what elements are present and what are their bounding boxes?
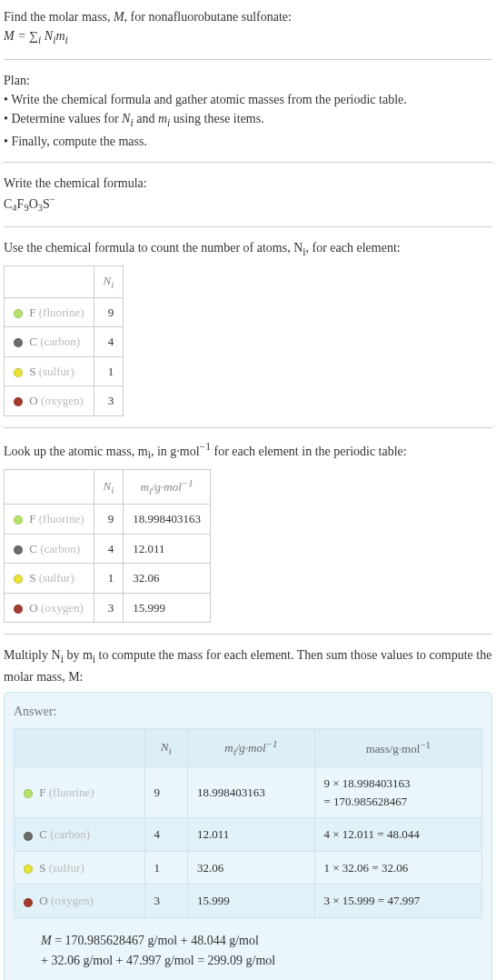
element-cell: O (oxygen) — [15, 885, 145, 918]
answer-result-line2: + 32.06 g/mol + 47.997 g/mol = 299.09 g/… — [41, 951, 482, 971]
element-cell: C (carbon) — [15, 818, 145, 852]
intro-formula: M = ∑i Nimi — [4, 26, 492, 48]
element-dot-icon — [24, 789, 33, 798]
element-mass: 12.011 — [124, 534, 211, 564]
element-cell: F (fluorine) — [5, 505, 94, 535]
plan-title: Plan: — [4, 71, 492, 90]
step1-title: Write the chemical formula: — [4, 174, 492, 193]
table-header-blank — [5, 266, 94, 298]
answer-box: Answer: Ni mi/g·mol−1 mass/g·mol−1 F (fl… — [4, 692, 492, 980]
table-header-mass: mass/g·mol−1 — [314, 729, 481, 767]
table-row: F (fluorine) 9 18.998403163 9 × 18.99840… — [15, 767, 482, 818]
table-header-row: Ni — [5, 266, 124, 298]
step-chemical-formula: Write the chemical formula: C4F9O3S− — [4, 174, 492, 215]
element-name: (sulfur) — [49, 861, 84, 875]
table-row: O (oxygen) 3 15.999 — [5, 593, 211, 623]
step4-title: Multiply Ni by mi to compute the mass fo… — [4, 645, 492, 686]
element-dot-icon — [14, 545, 23, 555]
element-dot-icon — [24, 898, 33, 907]
element-symbol: S — [39, 861, 45, 875]
element-mass: 32.06 — [188, 851, 314, 885]
element-mass: 18.998403163 — [124, 505, 211, 535]
element-dot-icon — [14, 515, 23, 525]
element-symbol: S — [29, 365, 35, 378]
element-count: 3 — [94, 386, 124, 416]
element-mass-calc: 4 × 12.011 = 48.044 — [314, 818, 481, 852]
element-symbol: O — [39, 894, 47, 907]
element-dot-icon — [24, 865, 33, 874]
answer-table-body: F (fluorine) 9 18.998403163 9 × 18.99840… — [15, 767, 482, 918]
element-dot-icon — [14, 338, 23, 347]
element-dot-icon — [14, 397, 23, 406]
table-row: F (fluorine) 9 18.998403163 — [5, 505, 211, 535]
mass-table: Ni mi/g·mol−1 F (fluorine) 9 18.99840316… — [4, 469, 211, 623]
table-header-row: Ni mi/g·mol−1 — [5, 469, 211, 504]
element-name: (oxygen) — [41, 601, 84, 615]
table-row: S (sulfur) 1 — [5, 356, 124, 386]
element-cell: C (carbon) — [5, 534, 94, 564]
element-cell: S (sulfur) — [5, 564, 94, 594]
divider — [4, 226, 492, 227]
table-row: C (carbon) 4 12.011 — [5, 534, 211, 564]
element-cell: C (carbon) — [5, 327, 94, 357]
table-row: O (oxygen) 3 15.999 3 × 15.999 = 47.997 — [15, 885, 482, 918]
chemical-formula: C4F9O3S− — [4, 193, 492, 215]
table-header-ni: Ni — [144, 729, 188, 767]
divider — [4, 427, 492, 428]
element-count: 9 — [94, 505, 124, 535]
element-mass: 32.06 — [124, 564, 211, 594]
element-name: (carbon) — [50, 827, 90, 841]
element-symbol: O — [29, 394, 37, 407]
element-symbol: C — [29, 542, 37, 555]
element-symbol: C — [29, 335, 37, 348]
answer-result: M = 170.985628467 g/mol + 48.044 g/mol +… — [41, 931, 482, 972]
element-mass: 15.999 — [188, 885, 314, 918]
element-name: (fluorine) — [39, 305, 84, 319]
count-table-body: F (fluorine) 9 C (carbon) 4 S (sulfur) 1 — [5, 297, 124, 415]
intro: Find the molar mass, M, for nonafluorobu… — [4, 7, 492, 48]
element-mass: 18.998403163 — [188, 767, 314, 818]
table-row: S (sulfur) 1 32.06 1 × 32.06 = 32.06 — [15, 851, 482, 885]
table-header-mi: mi/g·mol−1 — [188, 729, 314, 767]
element-symbol: S — [29, 571, 35, 585]
element-name: (sulfur) — [39, 365, 74, 378]
step-multiply: Multiply Ni by mi to compute the mass fo… — [4, 645, 492, 686]
element-mass-calc: 3 × 15.999 = 47.997 — [314, 885, 481, 918]
table-header-ni: Ni — [94, 469, 124, 504]
divider — [4, 634, 492, 635]
element-cell: S (sulfur) — [5, 356, 94, 386]
element-count: 3 — [144, 885, 188, 918]
element-dot-icon — [14, 575, 23, 584]
element-mass-calc: 9 × 18.998403163= 170.985628467 — [314, 767, 481, 818]
element-name: (fluorine) — [39, 512, 84, 525]
element-mass: 15.999 — [124, 593, 211, 623]
answer-label: Answer: — [14, 702, 482, 721]
element-dot-icon — [14, 605, 23, 614]
element-cell: S (sulfur) — [15, 851, 145, 885]
table-header-blank — [5, 469, 94, 504]
step3-title: Look up the atomic mass, mi, in g·mol−1 … — [4, 439, 492, 464]
element-count: 1 — [94, 356, 124, 386]
element-symbol: F — [39, 785, 45, 799]
element-count: 4 — [144, 818, 188, 852]
element-count: 4 — [94, 327, 124, 357]
plan-item-0: • Write the chemical formula and gather … — [4, 90, 492, 109]
count-table: Ni F (fluorine) 9 C (carbon) 4 S — [4, 265, 124, 416]
mass-table-body: F (fluorine) 9 18.998403163 C (carbon) 4… — [5, 505, 211, 623]
table-header-row: Ni mi/g·mol−1 mass/g·mol−1 — [15, 729, 482, 767]
element-cell: F (fluorine) — [5, 297, 94, 327]
table-header-ni: Ni — [94, 266, 124, 298]
element-symbol: F — [29, 305, 35, 319]
element-symbol: F — [29, 512, 35, 525]
element-count: 1 — [144, 851, 188, 885]
divider — [4, 162, 492, 163]
element-name: (carbon) — [40, 335, 80, 348]
step2-title: Use the chemical formula to count the nu… — [4, 238, 492, 260]
divider — [4, 59, 492, 60]
element-mass: 12.011 — [188, 818, 314, 852]
step-atomic-mass: Look up the atomic mass, mi, in g·mol−1 … — [4, 439, 492, 623]
element-dot-icon — [14, 368, 23, 377]
element-name: (fluorine) — [49, 785, 94, 799]
element-dot-icon — [14, 309, 23, 318]
element-count: 4 — [94, 534, 124, 564]
